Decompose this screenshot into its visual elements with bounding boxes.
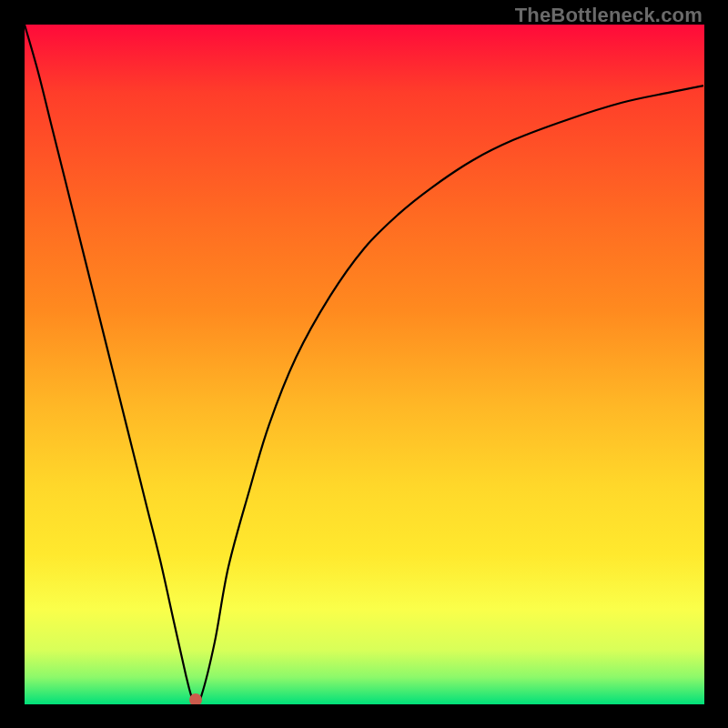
watermark-text: TheBottleneck.com — [515, 4, 703, 27]
bottleneck-curve — [25, 25, 703, 702]
curve-layer — [25, 25, 704, 704]
chart-frame: TheBottleneck.com — [0, 0, 728, 728]
minimum-marker — [189, 693, 202, 704]
plot-area — [25, 25, 704, 704]
